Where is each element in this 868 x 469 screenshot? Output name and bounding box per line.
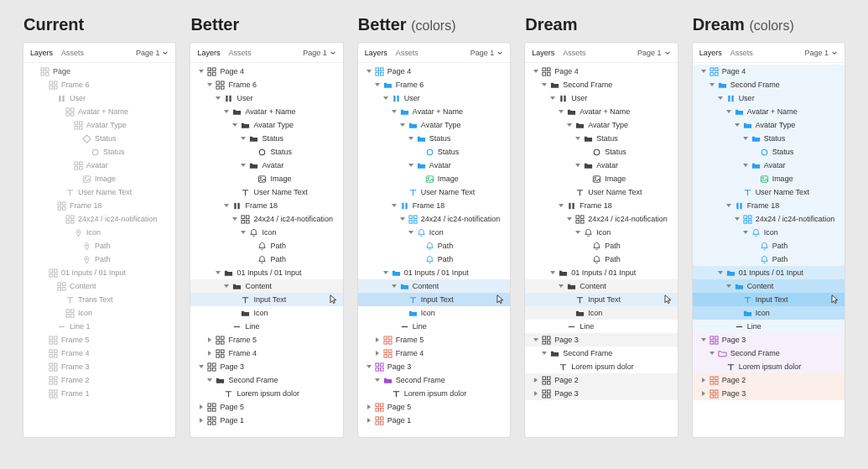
layer-row[interactable]: Status — [23, 132, 175, 145]
layer-row[interactable]: Icon — [525, 226, 677, 239]
layer-row[interactable]: Image — [190, 172, 342, 185]
layer-row[interactable]: Frame 5 — [358, 333, 510, 347]
tab-layers[interactable]: Layers — [30, 49, 53, 57]
layer-row[interactable]: Page 3 — [693, 387, 845, 400]
layer-row[interactable]: Page — [23, 65, 175, 78]
layer-row[interactable]: User Name Text — [693, 185, 845, 199]
layer-row[interactable]: Page 4 — [525, 65, 677, 78]
collapse-toggle[interactable] — [725, 107, 733, 116]
collapse-toggle[interactable] — [574, 134, 582, 143]
collapse-toggle[interactable] — [557, 107, 565, 116]
collapse-toggle[interactable] — [574, 161, 582, 169]
layer-row[interactable]: Avatar + Name — [525, 105, 677, 118]
layer-row[interactable]: Content — [190, 279, 342, 293]
layer-row[interactable]: User Name Text — [190, 185, 342, 199]
layer-row[interactable]: Status — [693, 145, 845, 159]
expand-toggle[interactable] — [205, 349, 214, 357]
collapse-toggle[interactable] — [222, 282, 231, 290]
layer-row[interactable]: Path — [525, 253, 677, 266]
tab-layers[interactable]: Layers — [699, 49, 722, 57]
layer-row[interactable]: Status — [525, 132, 677, 145]
layer-row[interactable]: User — [190, 91, 342, 105]
expand-toggle[interactable] — [373, 349, 382, 357]
layer-row[interactable]: Image — [525, 172, 677, 185]
layer-row[interactable]: Avatar Type — [23, 118, 175, 132]
layer-row[interactable]: Page 4 — [190, 65, 342, 78]
layer-row[interactable]: Avatar Type — [693, 118, 845, 132]
page-selector[interactable]: Page 1 — [303, 49, 336, 57]
collapse-toggle[interactable] — [231, 121, 239, 129]
layer-row[interactable]: Line 1 — [23, 320, 175, 333]
layer-row[interactable]: Icon — [23, 226, 175, 239]
layer-row[interactable]: Path — [693, 239, 845, 253]
layer-row[interactable]: 01 Inputs / 01 Input — [693, 266, 845, 279]
tab-assets[interactable]: Assets — [228, 49, 251, 57]
page-selector[interactable]: Page 1 — [470, 49, 504, 57]
layer-tree[interactable]: Page 4Frame 6UserAvatar + NameAvatar Typ… — [358, 63, 510, 437]
layer-row[interactable]: User — [358, 91, 510, 105]
layer-row[interactable]: Avatar + Name — [23, 105, 175, 118]
layer-row[interactable]: Second Frame — [525, 78, 677, 91]
layer-row[interactable]: Page 4 — [358, 65, 510, 78]
layer-row[interactable]: Path — [190, 253, 342, 266]
layer-row[interactable]: Second Frame — [190, 373, 342, 387]
tab-assets[interactable]: Assets — [396, 49, 418, 57]
layer-row[interactable]: Page 3 — [190, 360, 342, 373]
layer-row[interactable]: Page 5 — [190, 400, 342, 414]
layer-tree[interactable]: Page 4Frame 6UserAvatar + NameAvatar Typ… — [190, 63, 342, 437]
layer-row[interactable]: User — [23, 91, 175, 105]
layer-row[interactable]: Frame 5 — [23, 333, 175, 347]
layer-row[interactable]: Avatar — [693, 159, 845, 172]
collapse-toggle[interactable] — [398, 215, 407, 223]
collapse-toggle[interactable] — [557, 282, 565, 290]
collapse-toggle[interactable] — [708, 81, 716, 89]
layer-row[interactable]: Content — [693, 279, 845, 293]
layer-row[interactable]: Path — [23, 253, 175, 266]
collapse-toggle[interactable] — [532, 67, 540, 76]
expand-toggle[interactable] — [205, 336, 214, 344]
tab-layers[interactable]: Layers — [365, 49, 387, 57]
layer-row[interactable]: User Name Text — [23, 185, 175, 199]
collapse-toggle[interactable] — [214, 94, 222, 102]
collapse-toggle[interactable] — [532, 336, 540, 344]
layer-row[interactable]: Path — [358, 253, 510, 266]
layer-row[interactable]: Image — [23, 172, 175, 185]
layer-row[interactable]: Frame 18 — [190, 199, 342, 212]
layer-row[interactable]: Avatar Type — [358, 118, 510, 132]
layer-row[interactable]: Page 5 — [358, 400, 510, 414]
collapse-toggle[interactable] — [548, 268, 557, 277]
expand-toggle[interactable] — [373, 336, 382, 344]
collapse-toggle[interactable] — [557, 201, 565, 210]
layer-row[interactable]: Frame 18 — [23, 199, 175, 212]
layer-row[interactable]: Page 2 — [693, 373, 845, 387]
layer-row[interactable]: Frame 18 — [525, 199, 677, 212]
collapse-toggle[interactable] — [197, 362, 205, 371]
layer-row[interactable]: Icon — [693, 226, 845, 239]
collapse-toggle[interactable] — [574, 228, 582, 237]
layer-row[interactable]: User Name Text — [358, 185, 510, 199]
layer-row[interactable]: Line — [525, 320, 677, 333]
collapse-toggle[interactable] — [222, 201, 231, 210]
layer-row[interactable]: Path — [190, 239, 342, 253]
layer-row[interactable]: 24x24 / ic24-notification — [693, 212, 845, 226]
layer-row[interactable]: Second Frame — [525, 347, 677, 360]
layer-row[interactable]: Frame 18 — [358, 199, 510, 212]
layer-row[interactable]: Image — [693, 172, 845, 185]
layer-row[interactable]: Icon — [525, 306, 677, 320]
collapse-toggle[interactable] — [716, 94, 725, 102]
layer-row[interactable]: Page 4 — [693, 65, 845, 78]
collapse-toggle[interactable] — [733, 121, 741, 129]
collapse-toggle[interactable] — [407, 134, 415, 143]
layer-row[interactable]: Content — [23, 279, 175, 293]
collapse-toggle[interactable] — [365, 362, 373, 371]
layer-row[interactable]: Avatar — [190, 159, 342, 172]
collapse-toggle[interactable] — [365, 67, 373, 76]
layer-row[interactable]: Image — [358, 172, 510, 185]
layer-row[interactable]: User — [693, 91, 845, 105]
collapse-toggle[interactable] — [565, 215, 574, 223]
layer-row[interactable]: 24x24 / ic24-notification — [358, 212, 510, 226]
layer-row[interactable]: Page 3 — [693, 333, 845, 347]
layer-row[interactable]: Trans Text — [23, 293, 175, 306]
layer-tree[interactable]: Page 4Second FrameUserAvatar + NameAvata… — [525, 63, 677, 437]
collapse-toggle[interactable] — [239, 134, 247, 143]
